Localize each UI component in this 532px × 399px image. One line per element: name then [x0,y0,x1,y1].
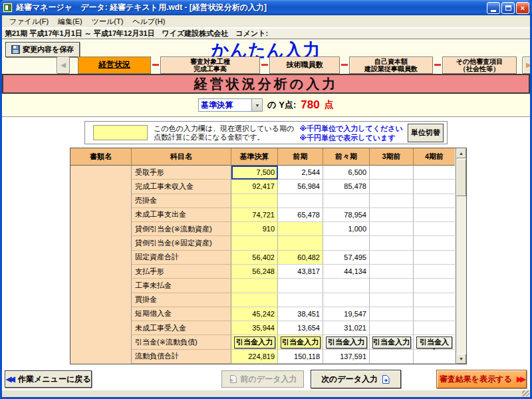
unit-toggle-button[interactable]: 単位切替 [408,124,444,142]
cell-prev-period[interactable]: 43,817 [278,265,323,279]
cell-3-periods-ago[interactable] [370,236,414,250]
cell-prev-period[interactable]: 150,118 [278,350,323,364]
cell-base-settlement[interactable]: 45,242 [231,307,278,321]
minimize-button[interactable] [487,2,500,14]
scrollbar-thumb[interactable] [456,159,466,196]
cell-4-periods-ago[interactable] [414,279,455,293]
cell-base-settlement[interactable]: 910 [231,222,278,236]
cell-4-periods-ago[interactable] [414,251,455,265]
table-scrollbar[interactable]: ▲ ▼ [456,148,466,364]
menu-item[interactable]: ファイル(F) [5,15,53,28]
cell-4-periods-ago[interactable] [414,321,455,335]
cell-3-periods-ago[interactable] [370,265,414,279]
tab-scroll-right-button[interactable]: ▶ [522,57,530,74]
cell-prev-period[interactable]: 38,451 [278,307,323,321]
tab-engineer-count[interactable]: 技術職員数 [269,57,340,74]
cell-3-periods-ago[interactable] [370,321,414,335]
cell-prev-period[interactable]: 13,654 [278,321,323,335]
cell-4-periods-ago[interactable] [414,307,455,321]
cell-3-periods-ago[interactable] [370,279,414,293]
allowance-input-button[interactable]: 引当金入力 [372,336,411,348]
cell-4-periods-ago[interactable] [414,265,455,279]
cell-prev2-period[interactable] [323,293,370,307]
cell-4-periods-ago[interactable] [414,208,455,222]
cell-prev-period[interactable]: 65,478 [278,208,323,222]
tab-capital-and-staff[interactable]: 自己資本額建設業従事職員数 [349,57,433,74]
cell-base-settlement[interactable]: 56,248 [231,265,278,279]
save-changes-button[interactable]: 変更内容を保存 [5,42,80,57]
up-arrow-icon: ▲ [459,151,464,156]
cell-3-periods-ago[interactable] [370,208,414,222]
cell-base-settlement[interactable]: 7,500 [231,166,278,180]
scroll-up-button[interactable]: ▲ [456,148,466,158]
cell-base-settlement[interactable] [231,279,278,293]
allowance-input-button[interactable]: 引当金入力 [281,336,321,348]
allowance-input-button[interactable]: 引当金入力 [326,336,367,348]
next-data-button[interactable]: 次のデータ入力 [311,370,401,388]
menu-item[interactable]: ヘルプ(H) [128,15,170,28]
scroll-down-button[interactable]: ▼ [456,354,466,364]
menu-item[interactable]: ツール(T) [87,15,128,28]
cell-4-periods-ago[interactable] [414,166,455,180]
cell-4-periods-ago[interactable] [414,180,455,194]
cell-prev2-period[interactable] [323,194,370,208]
cell-3-periods-ago[interactable] [370,166,414,180]
cell-3-periods-ago[interactable] [370,251,414,265]
cell-base-settlement[interactable]: 35,944 [231,321,278,335]
cell-prev-period[interactable] [278,279,323,293]
cell-prev-period[interactable]: 60,482 [278,251,323,265]
cell-prev-period[interactable] [278,222,323,236]
cell-prev2-period[interactable]: 78,954 [323,208,370,222]
cell-prev2-period[interactable] [323,279,370,293]
cell-prev2-period[interactable]: 44,134 [323,265,370,279]
cell-base-settlement[interactable] [231,236,278,250]
cell-4-periods-ago[interactable] [414,236,455,250]
cell-3-periods-ago[interactable] [370,180,414,194]
cell-4-periods-ago[interactable] [414,222,455,236]
y-score-value: 780 [301,98,319,112]
cell-base-settlement[interactable]: 92,417 [231,180,278,194]
show-results-button[interactable]: 審査結果を表示する ▶▶ [436,370,527,388]
cell-4-periods-ago[interactable] [414,293,455,307]
cell-prev-period[interactable]: 2,544 [278,166,323,180]
cell-prev-period[interactable] [278,293,323,307]
dropdown-arrow-icon[interactable]: ▼ [251,99,262,111]
tab-other-examination-items[interactable]: その他審査項目（社会性等） [442,57,517,74]
cell-3-periods-ago[interactable] [370,307,414,321]
cell-prev2-period[interactable]: 137,591 [323,350,370,364]
cell-prev-period[interactable]: 56,984 [278,180,323,194]
cell-base-settlement[interactable]: 56,402 [231,251,278,265]
cell-base-settlement[interactable] [231,293,278,307]
tab-target-construction-volume[interactable]: 審査対象工種完成工事高 [160,57,260,74]
maximize-button[interactable] [501,2,515,14]
menu-item[interactable]: 編集(E) [53,15,87,28]
cell-4-periods-ago[interactable] [414,350,455,364]
tab-management-status[interactable]: 経営状況 [78,57,151,74]
cell-base-settlement[interactable] [231,194,278,208]
resize-grip[interactable] [522,390,529,396]
cell-4-periods-ago[interactable] [414,194,455,208]
cell-prev2-period[interactable]: 6,500 [323,166,370,180]
prev-data-button[interactable]: 前のデータ入力 [221,370,304,388]
cell-3-periods-ago[interactable] [370,350,414,364]
cell-prev-period[interactable] [278,236,323,250]
cell-prev-period[interactable] [278,194,323,208]
close-button[interactable]: × [516,2,529,14]
cell-prev2-period[interactable] [323,236,370,250]
allowance-input-button[interactable]: 引当金入力 [416,336,452,348]
cell-prev2-period[interactable]: 31,021 [323,321,370,335]
cell-prev2-period[interactable]: 57,495 [323,251,370,265]
cell-base-settlement[interactable]: 74,721 [231,208,278,222]
cell-3-periods-ago[interactable] [370,194,414,208]
allowance-input-button[interactable]: 引当金入力 [234,336,275,348]
settlement-period-dropdown[interactable]: 基準決算 ▼ [198,98,263,112]
cell-base-settlement[interactable]: 224,819 [231,350,278,364]
unit-notes: ※千円単位で入力してください ※千円単位で表示しています [299,124,403,142]
tab-scroll-left-button[interactable]: ◀ [57,57,70,74]
back-to-menu-button[interactable]: ◀◀ 作業メニューに戻る [5,370,92,388]
cell-prev2-period[interactable]: 1,000 [323,222,370,236]
cell-3-periods-ago[interactable] [370,293,414,307]
cell-prev2-period[interactable]: 19,547 [323,307,370,321]
cell-3-periods-ago[interactable] [370,222,414,236]
cell-prev2-period[interactable]: 85,478 [323,180,370,194]
